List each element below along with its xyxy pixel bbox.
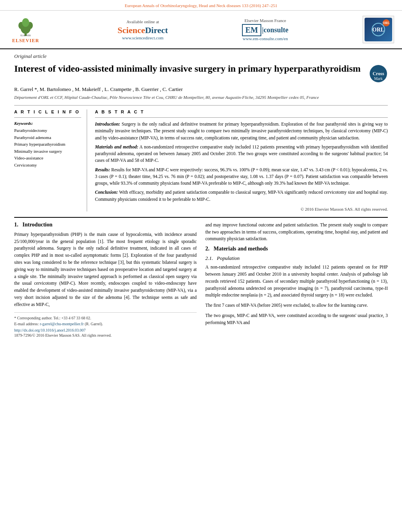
section1-continuation: and may improve functional outcome and p… — [205, 222, 388, 243]
content-area: Original article Interest of video-assis… — [0, 49, 402, 345]
elsevier-masson-text: Elsevier Masson France — [242, 18, 288, 23]
intro-label: Introduction: — [95, 122, 120, 126]
abstract-materials: Materials and method: A non-randomized r… — [95, 144, 388, 164]
footnote-email-suffix: (R. Garrel). — [85, 322, 103, 326]
emconsulte-block: Elsevier Masson France EM |consulte www.… — [242, 18, 288, 41]
footnote-email-address[interactable]: r-garrel@chu-montpellier.fr — [40, 322, 84, 326]
abstract-conclusion: Conclusion: With efficacy, morbidity and… — [95, 189, 388, 203]
footnote-email-label: E-mail address: — [14, 322, 39, 326]
orl-badge: ORL — [383, 19, 390, 26]
em-logo: EM — [242, 24, 261, 36]
elsevier-tree-icon: ELSEVIER — [14, 15, 37, 37]
svg-text:Cross: Cross — [372, 71, 384, 76]
section2-text: A non-randomized retrospective comparati… — [205, 264, 388, 299]
keywords-list: Parathyroidectomy Parathyroid adenoma Pr… — [14, 127, 81, 169]
affiliation: Département d'ORL et CCF, Hôpital Caude-… — [14, 95, 388, 100]
intro-text: Surgery is the only radical and definiti… — [95, 122, 388, 140]
consulte-text: |consulte — [262, 26, 288, 34]
section2-text3: The two groups, MIP-C and MIP-VA, were c… — [205, 312, 388, 326]
body-divider — [14, 217, 388, 218]
keyword-1: Parathyroidectomy — [14, 127, 81, 134]
copyright: © 2016 Elsevier Masson SAS. All rights r… — [95, 207, 388, 211]
orl-logo: ORL ORL — [363, 16, 394, 43]
keyword-2: Parathyroid adenoma — [14, 134, 81, 141]
footnote-corresponding: * Corresponding author. Tel.: +33 4 67 3… — [14, 315, 197, 321]
issn-text: 1879-7296/© 2016 Elsevier Masson SAS. Al… — [14, 332, 197, 338]
subsection2-1-title: 2.1. Population — [205, 255, 388, 261]
materials-text: A non-randomized retrospective comparati… — [95, 145, 388, 163]
section1-text: Primary hyperparathyroidism (PHP) is the… — [14, 231, 197, 308]
article-info-header: A R T I C L E I N F O — [14, 109, 81, 114]
divider-keywords — [14, 117, 81, 118]
results-text: Results for MIP-VA and MIP-C were respec… — [95, 167, 388, 186]
abstract-introduction: Introduction: Surgery is the only radica… — [95, 121, 388, 141]
keyword-3: Primary hyperparathyroidism — [14, 141, 81, 148]
abstract-panel: A B S T R A C T Introduction: Surgery is… — [95, 109, 388, 211]
divider-1 — [14, 105, 388, 106]
keywords-label: Keywords: — [14, 121, 81, 126]
doi-link[interactable]: http://dx.doi.org/10.1016/j.anorl.2016.0… — [14, 328, 197, 332]
body-right-col: and may improve functional outcome and p… — [205, 222, 388, 338]
abstract-text: Introduction: Surgery is the only radica… — [95, 121, 388, 203]
materials-label: Materials and method: — [95, 145, 138, 149]
results-label: Results: — [95, 167, 110, 172]
sciencedirect-url[interactable]: www.sciencedirect.com — [117, 35, 168, 40]
authors: R. Garrel *, M. Bartolomeo , M. Makeieff… — [14, 86, 388, 93]
article-type: Original article — [14, 53, 388, 59]
svg-point-4 — [22, 18, 29, 27]
svg-text:Mark: Mark — [374, 76, 383, 81]
abstract-header: A B S T R A C T — [95, 109, 388, 114]
footnote-email: E-mail address: r-garrel@chu-montpellier… — [14, 321, 197, 327]
keyword-4: Minimally invasive surgery — [14, 148, 81, 155]
emconsulte-url[interactable]: www.em-consulte.com/en — [242, 36, 288, 41]
journal-banner: European Annals of Otorhinolaryngology, … — [0, 0, 402, 11]
available-online-text: Available online at — [117, 19, 168, 24]
svg-text:ELSEVIER: ELSEVIER — [20, 34, 31, 37]
svg-text:ORL: ORL — [372, 27, 384, 33]
article-info-panel: A R T I C L E I N F O Keywords: Parathyr… — [14, 109, 87, 211]
conclusion-text: With efficacy, morbidity and patient sat… — [95, 190, 388, 201]
divider-abstract — [95, 117, 388, 118]
section2-text2: The first 7 cases of MIP-VA (before 2005… — [205, 302, 388, 309]
journal-title[interactable]: European Annals of Otorhinolaryngology, … — [125, 3, 277, 8]
article-info-abstract: A R T I C L E I N F O Keywords: Parathyr… — [14, 109, 388, 211]
elsevier-label: ELSEVIER — [12, 38, 39, 44]
body-left-col: 1. Introduction Primary hyperparathyroid… — [14, 222, 197, 338]
abstract-results: Results: Results for MIP-VA and MIP-C we… — [95, 167, 388, 187]
article-title-row: Interest of video-assisted minimally inv… — [14, 63, 388, 83]
conclusion-label: Conclusion: — [95, 190, 118, 195]
section1-title: 1. Introduction — [14, 222, 197, 228]
article-title: Interest of video-assisted minimally inv… — [14, 63, 363, 75]
section2-title: 2. Materials and methods — [205, 246, 388, 252]
footnote-section: * Corresponding author. Tel.: +33 4 67 3… — [14, 312, 197, 338]
keyword-5: Video-assistance — [14, 155, 81, 162]
header-logos: ELSEVIER ELSEVIER Available online at Sc… — [0, 11, 402, 49]
sciencedirect-logo: ScienceDirect — [117, 25, 168, 35]
crossmark-icon: Cross Mark — [369, 64, 388, 83]
keyword-6: Cervicotomy — [14, 162, 81, 169]
body-columns: 1. Introduction Primary hyperparathyroid… — [14, 222, 388, 338]
elsevier-logo: ELSEVIER ELSEVIER — [8, 15, 43, 44]
sciencedirect-block: Available online at ScienceDirect www.sc… — [117, 19, 168, 40]
